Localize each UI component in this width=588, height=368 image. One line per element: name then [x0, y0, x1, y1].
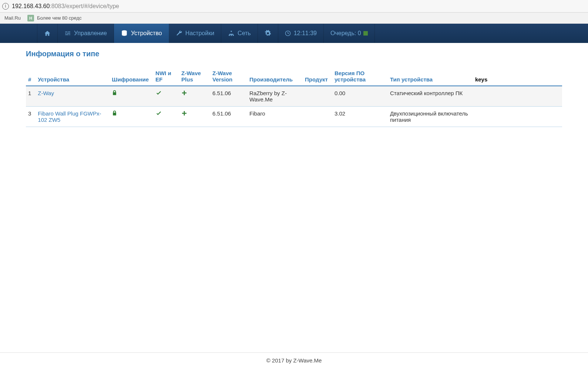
- nav-control-label: Управление: [74, 30, 107, 37]
- device-link[interactable]: Fibaro Wall Plug FGWPx-102 ZW5: [38, 110, 101, 123]
- lock-icon: [112, 90, 117, 97]
- nav-device-label: Устройство: [131, 30, 162, 37]
- nav-time-label: 12:11:39: [294, 30, 317, 37]
- col-firmware[interactable]: Версия ПО устройства: [332, 67, 388, 86]
- col-encryption[interactable]: Шифрование: [110, 67, 153, 86]
- bookmarks-bar: Mail.Ru H Более чем 80 средс: [0, 13, 588, 24]
- gear-icon: [265, 30, 271, 37]
- cell-device-type: Двухпозиционный включатель питания: [388, 107, 473, 127]
- cell-num: 1: [26, 86, 36, 107]
- nav-queue-label: Очередь: 0: [330, 30, 361, 37]
- col-zwave-plus[interactable]: Z-Wave Plus: [179, 67, 210, 86]
- main-content: Информация о типе # Устройства Шифровани…: [0, 43, 588, 157]
- url-host: 192.168.43.60: [12, 3, 50, 9]
- table-row: 1 Z-Way 6.51.06 RaZberry by Z-Wave.Me 0.…: [26, 86, 562, 107]
- nav-control[interactable]: Управление: [58, 24, 114, 43]
- check-icon: [155, 112, 162, 118]
- col-device-type[interactable]: Тип устройства: [388, 67, 473, 86]
- table-row: 3 Fibaro Wall Plug FGWPx-102 ZW5 6.51.06…: [26, 107, 562, 127]
- cell-firmware: 3.02: [332, 107, 388, 127]
- nav-network-label: Сеть: [238, 30, 251, 37]
- nav-network[interactable]: Сеть: [221, 24, 258, 43]
- database-icon: [121, 30, 128, 37]
- lock-icon: [112, 111, 117, 117]
- device-link[interactable]: Z-Way: [38, 90, 54, 96]
- col-keys: keys: [473, 67, 562, 86]
- nav-settings-label: Настройки: [185, 30, 214, 37]
- bookmark-label: Mail.Ru: [4, 15, 21, 21]
- bookmark-label: Более чем 80 средс: [37, 15, 82, 21]
- nav-config[interactable]: [258, 24, 278, 43]
- nav-home[interactable]: [37, 24, 58, 43]
- page-title: Информация о типе: [26, 50, 562, 58]
- cell-keys: [473, 107, 562, 127]
- check-icon: [155, 91, 162, 98]
- col-zwave-version[interactable]: Z-Wave Version: [210, 67, 247, 86]
- cell-product: [303, 86, 332, 107]
- cell-product: [303, 107, 332, 127]
- wrench-icon: [176, 30, 182, 37]
- sliders-icon: [64, 30, 71, 37]
- col-manufacturer[interactable]: Производитель: [247, 67, 303, 86]
- queue-indicator-icon: [363, 31, 368, 36]
- site-info-icon[interactable]: i: [2, 3, 9, 10]
- home-icon: [44, 30, 51, 37]
- col-product[interactable]: Продукт: [303, 67, 332, 86]
- habr-icon: H: [27, 15, 34, 21]
- bookmark-habr[interactable]: H Более чем 80 средс: [27, 15, 82, 21]
- clock-icon: [285, 30, 291, 36]
- device-type-table: # Устройства Шифрование NWI и EF Z-Wave …: [26, 67, 562, 127]
- cell-version: 6.51.06: [210, 86, 247, 107]
- col-num[interactable]: #: [26, 67, 36, 86]
- nav-queue[interactable]: Очередь: 0: [324, 24, 375, 43]
- nav-time[interactable]: 12:11:39: [278, 24, 324, 43]
- cell-version: 6.51.06: [210, 107, 247, 127]
- cell-manufacturer: Fibaro: [247, 107, 303, 127]
- cell-manufacturer: RaZberry by Z-Wave.Me: [247, 86, 303, 107]
- plus-icon: [181, 111, 187, 117]
- sitemap-icon: [228, 30, 235, 37]
- col-nwi-ef[interactable]: NWI и EF: [153, 67, 179, 86]
- cell-device-type: Статический контроллер ПК: [388, 86, 473, 107]
- col-devices[interactable]: Устройства: [36, 67, 110, 86]
- cell-keys: [473, 86, 562, 107]
- plus-icon: [181, 91, 187, 97]
- top-nav: Управление Устройство Настройки Сеть 12:…: [0, 24, 588, 43]
- browser-address-bar: i 192.168.43.60:8083/expert/#/device/typ…: [0, 0, 588, 13]
- cell-num: 3: [26, 107, 36, 127]
- url-path: :8083/expert/#/device/type: [50, 3, 119, 9]
- cell-firmware: 0.00: [332, 86, 388, 107]
- nav-settings[interactable]: Настройки: [169, 24, 221, 43]
- nav-device[interactable]: Устройство: [114, 24, 169, 43]
- url-display[interactable]: 192.168.43.60:8083/expert/#/device/type: [12, 3, 119, 10]
- bookmark-mailru[interactable]: Mail.Ru: [4, 15, 21, 21]
